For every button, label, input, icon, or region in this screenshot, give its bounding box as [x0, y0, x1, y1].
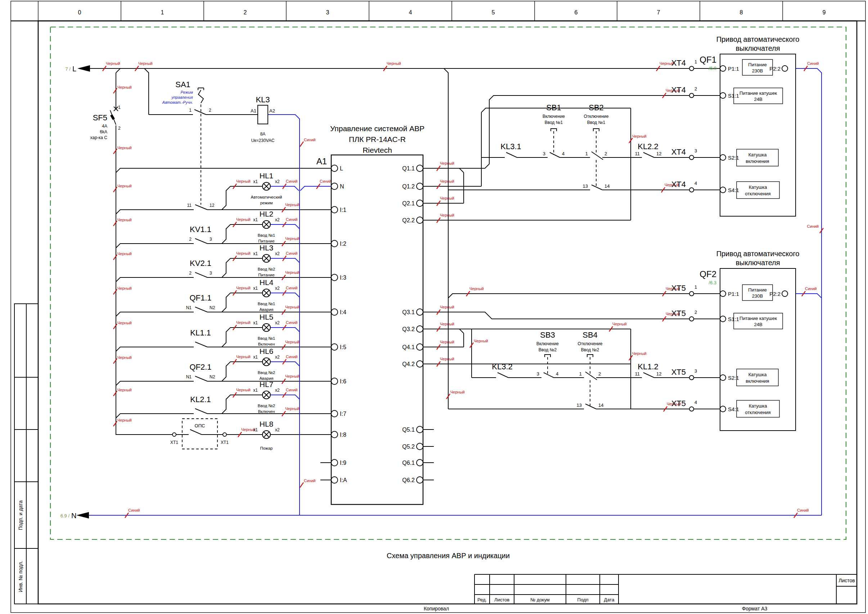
xt5-label: XT5 [671, 284, 686, 292]
contact-kv21-label: KV2.1 [190, 259, 211, 268]
titleblock-col-data: Дата [604, 597, 615, 603]
xt5-label: XT5 [671, 399, 686, 408]
titleblock-col-red: Ред. [477, 597, 487, 603]
lamp-caption: режим [260, 201, 273, 205]
qf1-sheet-ref: /6.0 [708, 65, 716, 71]
lamp-caption: Автоматический [251, 195, 282, 199]
lamp-hl2-label: HL2 [260, 210, 274, 218]
sa1-pin: 1 [189, 108, 192, 113]
qf2-terminal: P2:2 [769, 291, 781, 297]
wire-color-label: Черный [474, 339, 488, 343]
sb2-pin: 2 [604, 151, 607, 156]
qf2-box-close-coil: включения [746, 378, 769, 384]
net-l-ref: 7 / [65, 66, 71, 72]
contact-pin: N2 [209, 375, 215, 379]
sb1-pin: 4 [562, 151, 564, 156]
qf1-title: Привод автоматического [716, 35, 800, 43]
wire-color-slashes [102, 66, 823, 518]
lamp-hl8-label: HL8 [260, 420, 274, 428]
margin-attribute-column: Подп. и дата Инв. № подл. [14, 304, 38, 604]
lamp-pin-x2: x2 [275, 320, 280, 325]
kl3-spec: Uк=230VAC [251, 138, 275, 143]
xt5-pin: 2 [694, 309, 697, 315]
contact-qf11-label: QF1.1 [189, 293, 211, 302]
kl12-pin: 11 [635, 371, 640, 376]
contact-kv11-label: KV1.1 [190, 225, 211, 234]
lamp-caption: Авария [259, 307, 273, 312]
kl3-pin: A1 [251, 108, 256, 113]
sf5-spec: 6kA [100, 129, 107, 134]
lamp-hl7-label: HL7 [260, 380, 274, 389]
xt4-pin: 1 [694, 59, 697, 64]
margin-label-sign-date: Подп. и дата [18, 501, 23, 530]
kl22-label: KL2.2 [638, 142, 659, 151]
wire-color-label: Черный [117, 85, 132, 89]
qf1-box-230v: Питание [748, 62, 766, 67]
wire-color-label: Синий [286, 217, 298, 222]
wire-color-label: Синий [286, 354, 298, 359]
sa1-pin: 11 [187, 203, 192, 208]
ruler-5: 5 [492, 9, 495, 16]
wire-color-label: Черный [117, 388, 132, 392]
wire-color-label: Синий [807, 61, 819, 65]
plc-output-label: Q3.1 [402, 309, 415, 315]
relay-coil-kl3: KL3 A1 A2 8А Uк=230VAC [251, 95, 275, 143]
titleblock-col-podp: Подп [577, 597, 589, 603]
wire-color-label: Черный [117, 146, 132, 150]
wire-color-label: Черный [632, 134, 646, 138]
sa1-note: управления [171, 95, 193, 99]
kl32-label: KL3.2 [492, 362, 513, 371]
ops-label: ОПС [195, 423, 205, 428]
xt4-pin: 4 [694, 180, 697, 186]
wire-color-label: Черный [440, 340, 454, 344]
wire-color-label: Синий [286, 388, 298, 392]
wire-color-label: Черный [117, 252, 132, 256]
qf1-box-trip-coil: отключения [745, 191, 770, 196]
plc-input-label: I:4 [340, 309, 346, 315]
sb1-caption: Включение [542, 114, 565, 119]
wire-color-label: Синий [128, 508, 140, 512]
wire-color-label: Черный [440, 161, 454, 165]
schematic-canvas: Подп. и дата Инв. № подл. Ред. Листов № … [0, 0, 868, 614]
titleblock-col-listov: Листов [494, 597, 510, 603]
qf2-box-230v: 230В [752, 293, 763, 299]
sb4-caption: Ввод №2 [581, 347, 600, 353]
sb1-pin: 3 [543, 151, 546, 156]
lamp-caption: Питание [258, 239, 274, 243]
qf1-terminal: S2:1 [728, 155, 739, 161]
qf1-box-trip-coil: Катушка [749, 185, 767, 190]
lamp-hl6-label: HL6 [260, 347, 274, 355]
plc-block: Управление системой АВР ПЛК PR-14AC-R Ri… [316, 124, 425, 504]
wire-color-label: Черный [285, 270, 299, 275]
plc-output-label: Q6.1 [402, 460, 415, 466]
sf5-label: SF5 [93, 113, 107, 122]
lamp-caption: Ввод №2 [258, 267, 275, 271]
wire-color-label: Черный [117, 355, 132, 360]
kl12-label: KL1.2 [638, 362, 659, 371]
wire-color-label: Черный [236, 251, 251, 255]
control-group-input2: KL3.2 SB3 Включение Ввод №2 SB4 Отключен… [492, 284, 697, 411]
xt4-label: XT4 [671, 180, 686, 189]
xt5-terminals: XT5 1 XT5 2 XT5 3 XT5 4 [671, 284, 698, 411]
net-n: 6.9 / N [60, 511, 93, 519]
sb3-pin: 3 [537, 371, 539, 376]
wire-color-label: Черный [612, 322, 627, 326]
qf2-sheet-ref: /6.3 [708, 280, 716, 285]
footer-copied-label: Копировал [424, 606, 449, 611]
contact-pin: 3 [209, 270, 212, 276]
lamp-pin-x2: x2 [275, 217, 280, 222]
drawing-caption: Схема управления АВР и индикации [387, 552, 510, 560]
ruler-6: 6 [575, 9, 578, 16]
qf1-title: выключателя [736, 44, 780, 52]
lamp-pin-x2: x2 [275, 354, 280, 360]
kl22-pin: 12 [656, 151, 661, 156]
net-l: 7 / L [65, 65, 95, 73]
wire-color-label: Черный [440, 213, 454, 217]
titleblock-col-ndokum: № докум [530, 597, 550, 603]
lamp-pin-x1: x1 [253, 179, 258, 184]
qf1-box-230v: 230В [752, 68, 763, 73]
wire-color-label: Черный [285, 202, 299, 207]
qf1-label: QF1 [699, 55, 716, 64]
sb4-pin: 2 [598, 371, 601, 376]
lamp-caption: Ввод №1 [258, 336, 275, 340]
